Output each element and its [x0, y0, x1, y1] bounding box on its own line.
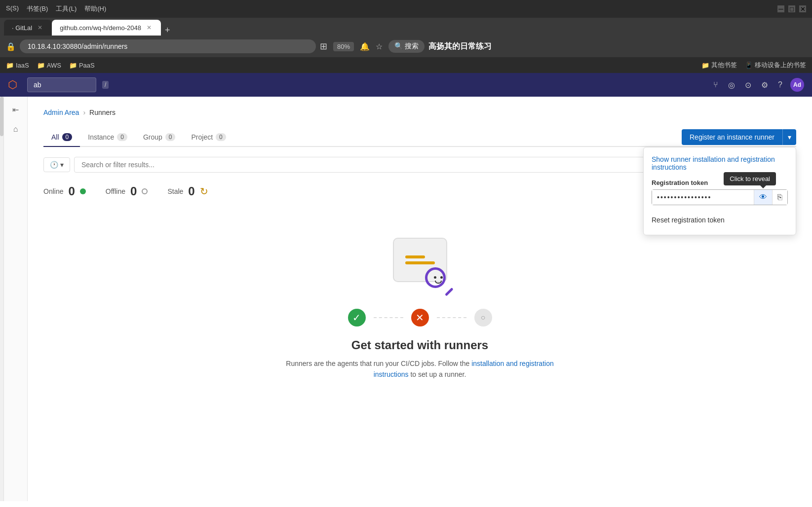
stat-online-label: Online — [43, 187, 63, 195]
breadcrumb-admin-area[interactable]: Admin Area — [43, 109, 79, 116]
tab-gitlab[interactable]: · GitLal ✕ — [4, 20, 52, 36]
tab-instance-label: Instance — [88, 133, 114, 141]
register-btn-main: Register an instance runner ▾ — [682, 129, 796, 145]
register-runner-caret-button[interactable]: ▾ — [782, 129, 796, 145]
stale-dot: ↻ — [200, 185, 208, 197]
register-instance-runner-button[interactable]: Register an instance runner — [682, 129, 782, 145]
status-dot-pending: ○ — [474, 309, 492, 326]
stat-online-value: 0 — [68, 184, 75, 198]
gitlab-search-input[interactable] — [27, 77, 96, 92]
show-instructions-link[interactable]: Show runner installation and registratio… — [652, 155, 788, 171]
folder-icon-paas: 📁 — [69, 62, 77, 69]
magnifier-handle — [445, 288, 454, 296]
app-content: ⇤ ⌂ Admin Area › Runners All 0 Instance — [0, 97, 812, 501]
bookmark-aws[interactable]: 📁 AWS — [37, 62, 61, 69]
reveal-button-wrapper: Click to reveal 👁 — [754, 190, 772, 205]
online-dot — [80, 188, 86, 194]
stat-offline-label: Offline — [106, 187, 125, 195]
token-input — [652, 190, 754, 205]
browser-chrome: S(S) 书签(B) 工具(L) 帮助(H) ─ □ ✕ · GitLal ✕ … — [0, 0, 812, 73]
tab-all[interactable]: All 0 — [43, 128, 80, 147]
sidebar: ⇤ ⌂ — [4, 97, 28, 501]
bookmark-other[interactable]: 📁 其他书签 — [701, 61, 737, 70]
bookmark-icon[interactable]: ☆ — [376, 42, 383, 51]
bookmark-paas[interactable]: 📁 PaaS — [69, 62, 95, 69]
gitlab-logo: ⬡ — [8, 78, 17, 91]
sort-arrow-icon: ▾ — [60, 161, 64, 169]
menu-help[interactable]: 帮助(H) — [84, 4, 106, 13]
tab-group-label: Group — [143, 133, 162, 141]
offline-dot — [142, 188, 148, 194]
illustration-magnifier — [425, 267, 455, 297]
stat-online: Online 0 — [43, 184, 86, 198]
empty-desc-text: Runners are the agents that run your CI/… — [286, 360, 469, 367]
copy-token-button[interactable]: ⎘ — [772, 190, 787, 205]
folder-icon-other: 📁 — [701, 62, 709, 69]
stat-stale-label: Stale — [167, 187, 183, 195]
register-runner-button-group: Register an instance runner ▾ Show runne… — [682, 129, 796, 145]
bookmark-iaas[interactable]: 📁 IaaS — [6, 62, 29, 69]
address-bar: 🔒 ⊞ 80% 🔔 ☆ 🔍 搜索 高扬其的日常练习 — [0, 36, 812, 57]
magnifier-eye-left — [434, 276, 436, 279]
tab-gitlab-close[interactable]: ✕ — [36, 24, 44, 32]
pipeline-dash-1 — [374, 317, 403, 318]
tab-project-badge: 0 — [216, 133, 226, 141]
issues-icon[interactable]: ◎ — [726, 78, 737, 92]
magnifier-face — [431, 273, 445, 287]
slash-key-badge: / — [102, 81, 109, 89]
sidebar-collapse-icon[interactable]: ⇤ — [7, 101, 25, 118]
empty-state: ✓ ✕ ○ Get started with runners Runners a… — [43, 218, 796, 400]
minimize-button[interactable]: ─ — [777, 5, 784, 12]
sort-filter-button[interactable]: 🕐 ▾ — [43, 157, 70, 172]
title-bar-menu: S(S) 书签(B) 工具(L) 帮助(H) — [6, 4, 106, 13]
folder-icon: 📁 — [6, 62, 14, 69]
tab-github-close[interactable]: ✕ — [145, 24, 153, 32]
bookmark-mobile-label: 移动设备上的书签 — [755, 61, 806, 70]
empty-state-description: Runners are the agents that run your CI/… — [272, 358, 568, 380]
pipelines-icon[interactable]: ⊙ — [743, 78, 753, 92]
zoom-badge: 80% — [333, 42, 354, 51]
user-avatar[interactable]: Ad — [790, 78, 804, 92]
tab-project[interactable]: Project 0 — [183, 128, 233, 147]
register-runner-dropdown: Show runner installation and registratio… — [643, 147, 796, 235]
page-content: Admin Area › Runners All 0 Instance 0 — [28, 97, 812, 501]
menu-system[interactable]: S(S) — [6, 4, 19, 13]
security-icon: 🔒 — [6, 42, 16, 51]
notifications-icon[interactable]: 🔔 — [360, 42, 370, 51]
menu-bookmarks[interactable]: 书签(B) — [27, 4, 48, 13]
tab-group[interactable]: Group 0 — [135, 128, 184, 147]
address-input[interactable] — [20, 39, 316, 53]
address-icons: ⊞ 80% 🔔 ☆ 🔍 搜索 — [320, 40, 425, 53]
bookmark-mobile[interactable]: 📱 移动设备上的书签 — [745, 61, 806, 70]
settings-icon[interactable]: ⚙ — [759, 78, 770, 92]
close-button[interactable]: ✕ — [799, 5, 806, 12]
tab-instance[interactable]: Instance 0 — [80, 128, 135, 147]
magnifier-circle — [425, 267, 446, 288]
reveal-token-button[interactable]: 👁 — [754, 190, 772, 205]
gitlab-header-icons: ⑂ ◎ ⊙ ⚙ ? Ad — [711, 78, 804, 92]
maximize-button[interactable]: □ — [788, 5, 795, 12]
tab-github[interactable]: github.com/wq-h/demo-2048 ✕ — [52, 20, 161, 36]
scroll-thumb[interactable] — [0, 97, 3, 136]
magnifier-mouth — [435, 281, 442, 284]
sidebar-home-icon[interactable]: ⌂ — [7, 120, 25, 138]
reset-token-link[interactable]: Reset registration token — [652, 213, 788, 227]
empty-desc-end: to set up a runner. — [410, 370, 466, 378]
window-controls: ─ □ ✕ — [777, 5, 806, 12]
merge-requests-icon[interactable]: ⑂ — [711, 78, 720, 91]
status-dot-failed: ✕ — [411, 309, 429, 326]
breadcrumb: Admin Area › Runners — [43, 109, 796, 116]
bookmark-paas-label: PaaS — [79, 62, 95, 69]
breadcrumb-current: Runners — [89, 109, 116, 116]
search-field-icon[interactable]: 🔍 搜索 — [388, 40, 425, 53]
bookmark-other-label: 其他书签 — [711, 61, 737, 70]
bookmark-iaas-label: IaaS — [16, 62, 29, 69]
tabs-container: All 0 Instance 0 Group 0 Project 0 — [43, 128, 796, 147]
empty-state-title: Get started with runners — [351, 338, 488, 352]
help-icon[interactable]: ? — [776, 78, 784, 91]
breadcrumb-separator: › — [83, 109, 85, 116]
token-section: Registration token Click to reveal 👁 ⎘ — [652, 179, 788, 205]
extensions-icon[interactable]: ⊞ — [320, 41, 327, 52]
new-tab-button[interactable]: + — [161, 25, 174, 36]
menu-tools[interactable]: 工具(L) — [56, 4, 77, 13]
